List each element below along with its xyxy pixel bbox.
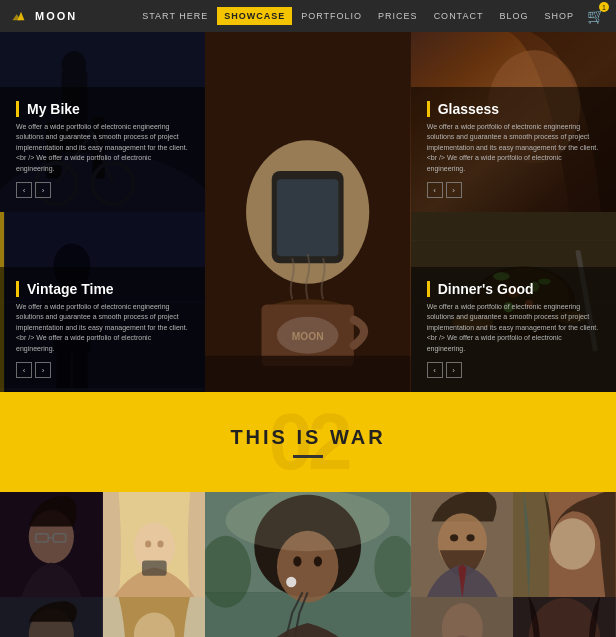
gallery-svg-6 (0, 597, 103, 637)
header: MOON START HERE SHOWCASE PORTFOLIO PRICE… (0, 0, 616, 32)
section-title-underline (293, 455, 323, 458)
gallery-item-3 (205, 492, 410, 637)
vintage-arrows: ‹ › (16, 362, 189, 378)
dinner-title: Dinner's Good (427, 281, 600, 297)
dinner-arrows: ‹ › (427, 362, 600, 378)
nav-shop[interactable]: SHOP (537, 7, 581, 25)
gallery-item-4 (411, 492, 514, 597)
svg-point-71 (226, 492, 390, 551)
nav-start-here[interactable]: START HERE (135, 7, 215, 25)
gallery-svg-9 (513, 597, 616, 637)
coffee-image: MOON (205, 32, 410, 392)
bike-prev[interactable]: ‹ (16, 182, 32, 198)
dinner-desc: We offer a wide portfolio of electronic … (427, 302, 600, 355)
gallery-item-7 (103, 597, 206, 637)
svg-rect-99 (513, 597, 616, 637)
gallery-item-2 (103, 492, 206, 597)
svg-point-67 (314, 556, 322, 566)
glasses-content: Glassess We offer a wide portfolio of el… (411, 87, 616, 213)
glasses-next[interactable]: › (446, 182, 462, 198)
gallery-svg-2 (103, 492, 206, 597)
vintage-content: Vintage Time We offer a wide portfolio o… (0, 267, 205, 393)
gallery-item-6 (0, 597, 103, 637)
gallery-svg-5 (513, 492, 616, 597)
svg-rect-60 (142, 560, 167, 575)
gallery-svg-7 (103, 597, 206, 637)
svg-rect-92 (103, 597, 206, 637)
gallery-item-9 (513, 597, 616, 637)
bike-desc: We offer a wide portfolio of electronic … (16, 122, 189, 175)
svg-rect-55 (0, 492, 103, 597)
coffee-svg: MOON (205, 32, 410, 392)
mountain-icon (12, 10, 30, 22)
svg-point-5 (62, 51, 87, 80)
glasses-title: Glassess (427, 101, 600, 117)
gallery-svg-4 (411, 492, 514, 597)
grid-item-bike: My Bike We offer a wide portfolio of ele… (0, 32, 205, 212)
nav-contact[interactable]: CONTACT (427, 7, 491, 25)
svg-rect-86 (0, 597, 103, 637)
grid-item-dinner: Dinner's Good We offer a wide portfolio … (411, 212, 616, 392)
cart-wrapper[interactable]: 🛒 1 (587, 7, 604, 25)
nav-prices[interactable]: PRICES (371, 7, 425, 25)
svg-point-59 (157, 540, 163, 547)
svg-point-58 (145, 540, 151, 547)
vintage-prev[interactable]: ‹ (16, 362, 32, 378)
svg-rect-83 (513, 492, 616, 597)
yellow-section: 02 THIS IS WAR (0, 392, 616, 492)
gallery-svg-3 (205, 492, 410, 637)
dinner-prev[interactable]: ‹ (427, 362, 443, 378)
bike-arrows: ‹ › (16, 182, 189, 198)
grid-item-glasses: Glassess We offer a wide portfolio of el… (411, 32, 616, 212)
svg-point-66 (294, 556, 302, 566)
gallery-item-5 (513, 492, 616, 597)
grid-item-coffee: MOON (205, 32, 410, 392)
glasses-desc: We offer a wide portfolio of electronic … (427, 122, 600, 175)
bike-content: My Bike We offer a wide portfolio of ele… (0, 87, 205, 213)
glasses-prev[interactable]: ‹ (427, 182, 443, 198)
svg-text:MOON: MOON (292, 331, 324, 342)
svg-rect-96 (411, 597, 514, 637)
gallery-svg-1 (0, 492, 103, 597)
portfolio-grid: My Bike We offer a wide portfolio of ele… (0, 32, 616, 392)
gallery-svg-8 (411, 597, 514, 637)
vintage-title: Vintage Time (16, 281, 189, 297)
nav-blog[interactable]: BLOG (492, 7, 535, 25)
svg-rect-15 (277, 179, 339, 256)
glasses-arrows: ‹ › (427, 182, 600, 198)
main-nav: START HERE SHOWCASE PORTFOLIO PRICES CON… (135, 7, 604, 25)
section-title-wrap: THIS IS WAR (230, 426, 385, 458)
vintage-desc: We offer a wide portfolio of electronic … (16, 302, 189, 355)
gallery-item-8 (411, 597, 514, 637)
grid-item-vintage: Vintage Time We offer a wide portfolio o… (0, 212, 205, 392)
section-title: THIS IS WAR (230, 426, 385, 449)
vintage-next[interactable]: › (35, 362, 51, 378)
logo[interactable]: MOON (12, 10, 77, 22)
svg-rect-20 (205, 356, 410, 392)
gallery-item-1 (0, 492, 103, 597)
logo-text: MOON (35, 10, 77, 22)
bike-title: My Bike (16, 101, 189, 117)
svg-rect-78 (411, 492, 514, 597)
dinner-content: Dinner's Good We offer a wide portfolio … (411, 267, 616, 393)
gallery-grid (0, 492, 616, 637)
dinner-next[interactable]: › (446, 362, 462, 378)
bike-next[interactable]: › (35, 182, 51, 198)
svg-point-68 (286, 577, 296, 587)
nav-showcase[interactable]: SHOWCASE (217, 7, 292, 25)
nav-portfolio[interactable]: PORTFOLIO (294, 7, 369, 25)
cart-badge: 1 (599, 2, 609, 12)
